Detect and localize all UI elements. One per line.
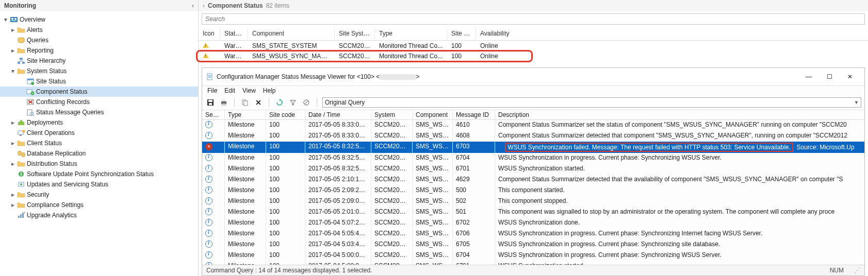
cs-col-type[interactable]: Type bbox=[375, 28, 447, 39]
maximize-button[interactable]: ☐ bbox=[819, 71, 840, 82]
cs-col-avail[interactable]: Availability bbox=[476, 28, 517, 39]
delete-icon[interactable] bbox=[253, 97, 264, 108]
message-row[interactable]: Milestone1002017-05-05 8:33:00 AMSCCM201… bbox=[202, 131, 864, 142]
mg-col-datetime[interactable]: Date / Time bbox=[305, 110, 371, 119]
message-row[interactable]: Milestone1002017-05-05 2:09:25 AMSCCM201… bbox=[202, 185, 864, 196]
nav-item-client-operations[interactable]: Client Operations bbox=[0, 128, 198, 138]
resize-grip-icon[interactable]: ⋰ bbox=[854, 267, 860, 274]
mg-component: SMS_WSUS_S... bbox=[413, 239, 453, 250]
svg-line-21 bbox=[33, 115, 34, 116]
nav-item-updates-and-servicing-status[interactable]: Updates and Servicing Status bbox=[0, 179, 198, 189]
mg-site: 100 bbox=[266, 120, 305, 131]
mg-system: SCCM2012... bbox=[371, 142, 413, 153]
message-row[interactable]: Milestone1002017-05-05 2:10:17 AMSCCM201… bbox=[202, 175, 864, 185]
sidebar-collapse-icon[interactable]: ‹ bbox=[192, 2, 194, 9]
filter-icon[interactable] bbox=[288, 97, 298, 108]
nav-item-compliance-settings[interactable]: ▸Compliance Settings bbox=[0, 200, 198, 210]
message-row[interactable]: Milestone1002017-05-05 2:01:03 AMSCCM201… bbox=[202, 207, 864, 218]
nav-item-software-update-point-synchronization-status[interactable]: Software Update Point Synchronization St… bbox=[0, 169, 198, 179]
menu-file[interactable]: File bbox=[207, 87, 217, 94]
message-row[interactable]: Milestone1002017-05-05 8:33:00 AMSCCM201… bbox=[202, 120, 864, 131]
mg-col-component[interactable]: Component bbox=[413, 110, 453, 119]
nav-item-site-hierarchy[interactable]: Site Hierarchy bbox=[0, 56, 198, 66]
svg-rect-6 bbox=[18, 62, 20, 64]
dropdown-icon: ▼ bbox=[854, 100, 859, 105]
print-icon[interactable] bbox=[219, 97, 229, 108]
tree-toggle-icon[interactable]: ▸ bbox=[9, 47, 17, 54]
msg-title-text: Configuration Manager Status Message Vie… bbox=[217, 73, 419, 80]
menu-view[interactable]: View bbox=[242, 87, 256, 94]
cs-sitecode: 100 bbox=[447, 51, 476, 61]
tree-toggle-icon[interactable]: ▾ bbox=[9, 67, 17, 75]
message-row[interactable]: Milestone1002017-05-04 5:05:47 PMSCCM201… bbox=[202, 229, 864, 239]
cs-col-icon[interactable]: Icon bbox=[199, 28, 220, 39]
nav-item-label: Component Status bbox=[36, 88, 87, 95]
message-grid[interactable]: Severity Type Site code Date / Time Syst… bbox=[202, 110, 864, 265]
nav-item-component-status[interactable]: Component Status bbox=[0, 87, 198, 97]
mg-system: SCCM2012... bbox=[371, 185, 413, 196]
tree-toggle-icon[interactable]: ▸ bbox=[9, 191, 17, 198]
message-row[interactable]: Milestone1002017-05-04 5:07:21 PMSCCM201… bbox=[202, 218, 864, 229]
search-input[interactable] bbox=[202, 13, 865, 25]
cs-col-sitecode[interactable]: Site Code bbox=[447, 28, 476, 39]
nav-item-overview[interactable]: ▾Overview bbox=[0, 14, 198, 25]
message-row[interactable]: Milestone1002017-05-05 8:32:52 AMSCCM201… bbox=[202, 142, 864, 153]
cs-component: SMS_STATE_SYSTEM bbox=[248, 41, 335, 50]
minimize-button[interactable]: — bbox=[798, 71, 819, 82]
tree-toggle-icon[interactable]: ▸ bbox=[9, 160, 17, 167]
nav-item-alerts[interactable]: ▸Alerts bbox=[0, 25, 198, 35]
save-icon[interactable] bbox=[205, 97, 216, 108]
cs-col-sitesys[interactable]: Site System bbox=[335, 28, 375, 39]
nav-item-system-status[interactable]: ▾System Status bbox=[0, 66, 198, 76]
message-row[interactable]: Milestone1002017-05-05 2:09:07 AMSCCM201… bbox=[202, 196, 864, 207]
mg-datetime: 2017-05-05 2:10:17 AM bbox=[305, 175, 371, 185]
nav-item-label: Compliance Settings bbox=[27, 201, 84, 209]
stop-icon[interactable] bbox=[301, 97, 312, 108]
mg-col-system[interactable]: System bbox=[371, 110, 413, 119]
query-select[interactable]: Original Query ▼ bbox=[322, 97, 861, 108]
message-row[interactable]: Milestone1002017-05-04 5:00:01 PMSCCM201… bbox=[202, 250, 864, 261]
tree-toggle-icon[interactable]: ▸ bbox=[9, 119, 17, 126]
nav-item-security[interactable]: ▸Security bbox=[0, 189, 198, 200]
component-status-row[interactable]: WarningSMS_WSUS_SYNC_MANAGERSCCM2012....… bbox=[199, 51, 868, 61]
nav-item-status-message-queries[interactable]: Status Message Queries bbox=[0, 107, 198, 117]
message-row[interactable]: Milestone1002017-05-05 8:32:51 AMSCCM201… bbox=[202, 153, 864, 164]
main-collapse-icon[interactable]: ‹ bbox=[203, 2, 205, 9]
mg-system: SCCM2012... bbox=[371, 250, 413, 261]
cs-col-component[interactable]: Component bbox=[248, 28, 335, 39]
queries-icon bbox=[17, 37, 26, 44]
mg-col-severity[interactable]: Severity bbox=[202, 110, 225, 119]
tree-toggle-icon[interactable]: ▸ bbox=[9, 26, 17, 33]
nav-item-conflicting-records[interactable]: Conflicting Records bbox=[0, 97, 198, 107]
mg-site: 100 bbox=[266, 164, 305, 175]
nav-item-site-status[interactable]: Site Status bbox=[0, 76, 198, 87]
tree-toggle-icon[interactable]: ▸ bbox=[9, 201, 17, 209]
cs-col-status[interactable]: Status ▴ bbox=[220, 28, 248, 39]
menu-edit[interactable]: Edit bbox=[224, 87, 235, 94]
nav-item-queries[interactable]: Queries bbox=[0, 35, 198, 45]
menu-help[interactable]: Help bbox=[263, 87, 276, 94]
mg-col-description[interactable]: Description bbox=[495, 110, 864, 119]
nav-item-database-replication[interactable]: Database Replication bbox=[0, 148, 198, 159]
mg-col-site[interactable]: Site code bbox=[266, 110, 305, 119]
tree-toggle-icon[interactable]: ▾ bbox=[2, 16, 9, 23]
message-row[interactable]: Milestone1002017-05-05 8:32:50 AMSCCM201… bbox=[202, 164, 864, 175]
nav-item-deployments[interactable]: ▸Deployments bbox=[0, 117, 198, 128]
component-status-row[interactable]: WarningSMS_STATE_SYSTEMSCCM2012....Monit… bbox=[199, 41, 868, 51]
message-row[interactable]: Milestone1002017-05-04 5:00:00 PMSCCM201… bbox=[202, 261, 864, 265]
message-row[interactable]: Milestone1002017-05-04 5:03:48 PMSCCM201… bbox=[202, 239, 864, 250]
nav-item-upgrade-analytics[interactable]: Upgrade Analytics bbox=[0, 210, 198, 220]
mg-col-type[interactable]: Type bbox=[225, 110, 266, 119]
nav-item-reporting[interactable]: ▸Reporting bbox=[0, 45, 198, 56]
refresh-icon[interactable] bbox=[274, 97, 285, 108]
close-button[interactable]: ✕ bbox=[840, 71, 860, 82]
tree-toggle-icon[interactable]: ▸ bbox=[9, 140, 17, 147]
mg-system: SCCM2012... bbox=[371, 120, 413, 131]
mg-col-messageid[interactable]: Message ID bbox=[453, 110, 495, 119]
main-title: Component Status bbox=[208, 2, 263, 9]
mg-description: This component stopped. bbox=[495, 196, 864, 207]
copy-icon[interactable] bbox=[240, 97, 250, 108]
mg-system: SCCM2012... bbox=[371, 131, 413, 142]
nav-item-client-status[interactable]: ▸Client Status bbox=[0, 138, 198, 148]
nav-item-distribution-status[interactable]: ▸Distribution Status bbox=[0, 159, 198, 169]
